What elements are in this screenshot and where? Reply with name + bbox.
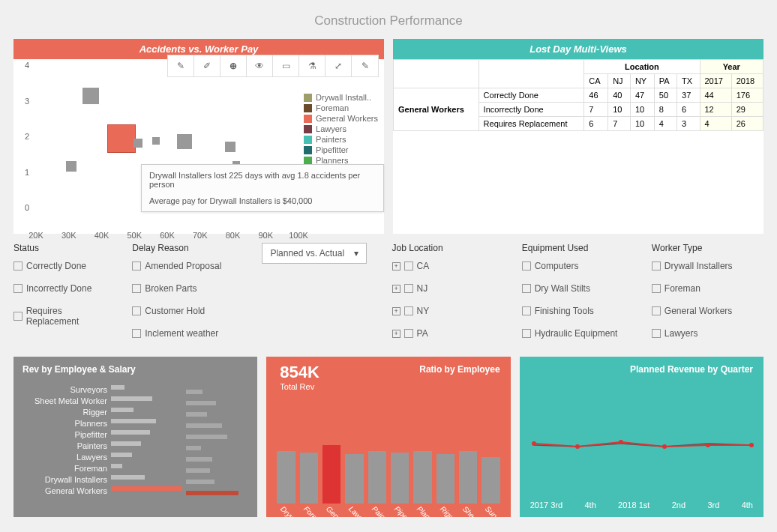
checkbox-icon xyxy=(132,306,141,315)
filter-checkbox[interactable]: Dry Wall Stilts xyxy=(522,283,634,294)
filter-checkbox[interactable]: General Workers xyxy=(652,306,764,316)
filter-checkbox[interactable]: Finishing Tools xyxy=(522,306,634,316)
expand-icon[interactable]: ⤢ xyxy=(326,55,352,76)
x-tick: 4th xyxy=(584,501,596,510)
legend-item[interactable]: Foreman xyxy=(304,103,378,112)
svg-point-0 xyxy=(532,441,536,446)
y-tick: 0 xyxy=(25,203,29,212)
panel-title: Ratio by Employee xyxy=(419,364,500,375)
filter-checkbox[interactable]: Incorrectly Done xyxy=(14,283,114,294)
legend-item[interactable]: Pipefitter xyxy=(304,145,378,154)
rev-bar-chart[interactable]: Surveyors Sheet Metal Worker Rigger Plan… xyxy=(14,384,257,496)
scatter-tooltip: Drywall Installers lost 225 days with av… xyxy=(141,164,384,212)
filter-checkbox[interactable]: Computers xyxy=(522,261,634,271)
checkbox-icon xyxy=(522,284,531,293)
filter-head: Job Location xyxy=(392,243,504,253)
x-tick: 50K xyxy=(127,231,142,240)
ratio-bar-chart[interactable]: Drywall Installers Foreman General Worke… xyxy=(277,444,500,504)
y-tick: 4 xyxy=(25,61,29,70)
checkbox-icon xyxy=(522,329,531,338)
ratio-bar: Lawyers xyxy=(345,454,363,504)
ratio-bar: Painters xyxy=(368,451,386,504)
svg-point-3 xyxy=(662,444,667,449)
planned-actual-dropdown[interactable]: Planned vs. Actual ▾ xyxy=(262,243,367,264)
checkbox-icon xyxy=(404,284,413,293)
checkbox-label: Drywall Installers xyxy=(664,261,733,271)
lostday-title: Lost Day Multi-Views xyxy=(393,39,764,59)
brush-icon[interactable]: ✐ xyxy=(194,55,220,76)
ratio-bar-label: Painters xyxy=(370,504,396,517)
col-group-year: Year xyxy=(700,60,764,74)
table-cell: 10 xyxy=(608,103,631,117)
filter-checkbox[interactable]: Drywall Installers xyxy=(652,261,764,271)
expand-icon[interactable]: + xyxy=(392,330,400,338)
dropdown-label: Planned vs. Actual xyxy=(270,248,344,259)
rev-label: Rigger xyxy=(14,408,111,417)
svg-point-1 xyxy=(575,444,580,449)
filter-worker: Worker Type Drywall InstallersForemanGen… xyxy=(652,243,764,351)
filters-bar: Status Correctly DoneIncorrectly DoneReq… xyxy=(0,234,777,357)
legend-swatch xyxy=(304,146,312,154)
legend-label: Painters xyxy=(316,135,346,144)
filter-checkbox[interactable]: Amended Proposal xyxy=(132,261,244,271)
checkbox-label: Customer Hold xyxy=(145,306,205,316)
chevron-down-icon: ▾ xyxy=(354,248,358,259)
filter-checkbox[interactable]: Hydraulic Equipment xyxy=(522,328,634,339)
x-tick: 2018 1st xyxy=(618,501,650,510)
x-tick: 2nd xyxy=(672,501,686,510)
filter-checkbox[interactable]: Foreman xyxy=(652,283,764,294)
legend-item[interactable]: Lawyers xyxy=(304,124,378,133)
zoom-in-icon[interactable]: ⊕ xyxy=(220,55,247,76)
total-rev-label: Total Rev xyxy=(280,382,314,391)
filter-checkbox[interactable]: +PA xyxy=(392,328,504,339)
checkbox-label: General Workers xyxy=(664,306,732,316)
ratio-bar: General Workers xyxy=(322,445,340,504)
panel-title: Rev by Employee & Salary xyxy=(22,364,136,375)
ratio-bar: Planners xyxy=(413,451,431,504)
row-label: Requires Replacement xyxy=(478,117,584,131)
checkbox-label: Inclement weather xyxy=(145,328,218,339)
filter-checkbox[interactable]: +NJ xyxy=(392,283,504,294)
filter-jobloc: Job Location +CA+NJ+NY+PA xyxy=(392,243,504,351)
filter-checkbox[interactable]: Correctly Done xyxy=(14,261,114,271)
checkbox-icon xyxy=(404,329,413,338)
table-cell: 7 xyxy=(584,103,608,117)
pencil-icon[interactable]: ✎ xyxy=(352,55,378,76)
checkbox-icon xyxy=(132,262,141,270)
filter-checkbox[interactable]: Lawyers xyxy=(652,328,764,339)
expand-icon[interactable]: + xyxy=(392,307,400,315)
legend-item[interactable]: Drywall Install.. xyxy=(304,93,378,102)
rev-row: Surveyors xyxy=(14,384,257,395)
filter-checkbox[interactable]: Customer Hold xyxy=(132,306,244,316)
legend-item[interactable]: Painters xyxy=(304,135,378,144)
legend-item[interactable]: General Workers xyxy=(304,114,378,123)
text-box-icon[interactable]: ▭ xyxy=(273,55,299,76)
filter-head: Status xyxy=(14,243,114,253)
legend-label: Pipefitter xyxy=(316,145,348,154)
col-group-location: Location xyxy=(584,60,700,74)
ratio-bar-label: Survey.. xyxy=(484,504,508,517)
expand-icon[interactable]: + xyxy=(392,285,400,293)
table-cell: 26 xyxy=(731,117,763,131)
chart-toolbar: ✎ ✐ ⊕ 👁 ▭ ⚗ ⤢ ✎ xyxy=(167,55,379,77)
row-group: General Workers xyxy=(394,88,479,131)
rev-row: Foreman xyxy=(14,462,257,474)
row-label: Correctly Done xyxy=(478,88,584,103)
filter-checkbox[interactable]: Broken Parts xyxy=(132,283,244,294)
row-label: Incorrectly Done xyxy=(478,103,584,117)
rev-label: Foreman xyxy=(14,464,111,473)
rev-label: Pipefitter xyxy=(14,430,111,439)
table-cell: 12 xyxy=(700,103,731,117)
expand-icon[interactable]: + xyxy=(392,262,400,270)
planned-rev-line-chart[interactable] xyxy=(530,402,755,477)
flask-icon[interactable]: ⚗ xyxy=(299,55,326,76)
filter-checkbox[interactable]: Requires Replacement xyxy=(14,306,114,327)
filter-checkbox[interactable]: Inclement weather xyxy=(132,328,244,339)
filter-checkbox[interactable]: +CA xyxy=(392,261,504,271)
ratio-bar: Sheet Metal W.. xyxy=(459,451,477,504)
eye-off-icon[interactable]: 👁 xyxy=(247,55,273,76)
y-axis: 0 1 2 3 4 xyxy=(14,74,32,217)
filter-checkbox[interactable]: +NY xyxy=(392,306,504,316)
table-cell: 40 xyxy=(608,88,631,103)
pencil-icon[interactable]: ✎ xyxy=(168,55,194,76)
